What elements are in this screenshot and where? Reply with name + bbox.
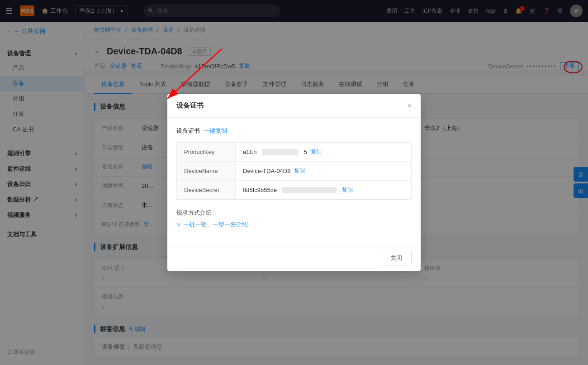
cert-row-productkey: ProductKey a1En 5 复制 [177, 143, 411, 162]
copy-devicename-button[interactable]: 复制 [294, 167, 305, 175]
copy-devicesecret-button[interactable]: 复制 [342, 186, 353, 194]
device-cert-modal: 设备证书 × 设备证书 一键复制 ProductKey a1En 5 复制 [167, 94, 421, 271]
productkey-blur [262, 149, 298, 155]
productkey-suffix: 5 [303, 149, 307, 155]
svg-line-3 [167, 49, 222, 99]
devicename-text: Device-TDA-04D8 [243, 168, 290, 174]
cert-row-devicename: DeviceName Device-TDA-04D8 复制 [177, 162, 411, 181]
modal-body: 设备证书 一键复制 ProductKey a1En 5 复制 DeviceNam… [167, 118, 421, 245]
productkey-prefix: a1En [243, 149, 256, 155]
modal-footer: 关闭 [167, 245, 421, 271]
modal-close-button[interactable]: × [408, 102, 412, 110]
modal-close-btn[interactable]: 关闭 [381, 251, 412, 265]
modal-subtitle: 设备证书 一键复制 [176, 127, 412, 135]
modal-overlay[interactable]: 设备证书 × 设备证书 一键复制 ProductKey a1En 5 复制 [0, 0, 588, 365]
cert-row-devicesecret: DeviceSecret 0d5fc9b55de 复制 [177, 181, 411, 199]
cert-value-productkey: a1En 5 复制 [236, 143, 411, 161]
cert-key-productkey: ProductKey [177, 143, 236, 161]
cert-key-devicesecret: DeviceSecret [177, 181, 236, 199]
modal-header: 设备证书 × [167, 94, 421, 118]
copy-productkey-button[interactable]: 复制 [311, 148, 322, 156]
cert-key-devicename: DeviceName [177, 162, 236, 180]
devicesecret-prefix: 0d5fc9b55de [243, 187, 277, 193]
cert-table: ProductKey a1En 5 复制 DeviceName Device-T… [176, 142, 412, 200]
burn-section: 烧录方式介绍 ∨ 一机一密、一型一密介绍 [176, 209, 412, 229]
burn-title: 烧录方式介绍 [176, 209, 412, 217]
modal-title: 设备证书 [176, 101, 204, 110]
cert-value-devicename: Device-TDA-04D8 复制 [236, 162, 411, 180]
cert-value-devicesecret: 0d5fc9b55de 复制 [236, 181, 411, 199]
burn-link[interactable]: ∨ 一机一密、一型一密介绍 [176, 221, 412, 229]
devicesecret-blur [282, 187, 337, 193]
copy-all-button[interactable]: 一键复制 [204, 127, 227, 135]
